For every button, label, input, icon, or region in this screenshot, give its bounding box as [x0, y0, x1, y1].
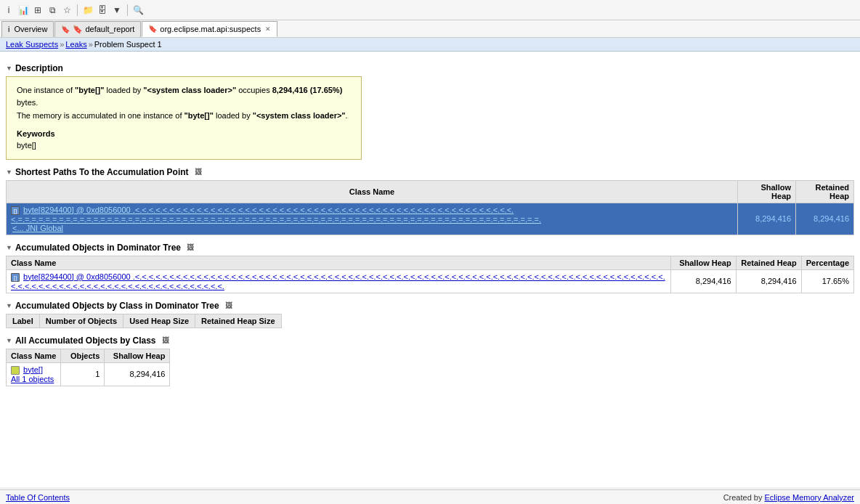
- desc-post1: occupies: [236, 86, 272, 94]
- description-section-header: ▼ Description: [6, 63, 854, 73]
- desc-bold5: "<system class loader>": [253, 111, 346, 120]
- dom-row-1-shallow: 8,294,416: [670, 269, 736, 293]
- tab-close-icon[interactable]: ✕: [265, 25, 271, 33]
- breadcrumb-sep1: »: [60, 40, 64, 49]
- all-objects-title: All Accumulated Objects by Class: [15, 336, 156, 346]
- dominator-table: Class Name Shallow Heap Retained Heap Pe…: [6, 256, 854, 293]
- breadcrumb-sep2: »: [89, 40, 93, 49]
- by-class-table: Label Number of Objects Used Heap Size R…: [6, 314, 282, 328]
- ao-row-1-class-link[interactable]: byte[]: [23, 365, 43, 374]
- tab-suspects-icon: 🔖: [148, 25, 157, 33]
- footer-toc-link[interactable]: Table Of Contents: [6, 493, 70, 502]
- dom-row-1[interactable]: [] byte[8294400] @ 0xd8056000 .<.<.<.<.<…: [7, 269, 854, 293]
- desc-pre1: One instance of: [17, 86, 75, 94]
- tab-default-report[interactable]: 🔖 🔖 default_report: [54, 21, 141, 37]
- sp-row-1-retained: 8,294,416: [796, 203, 854, 235]
- keywords-value: byte[]: [17, 141, 36, 150]
- copy-icon[interactable]: ⧉: [46, 4, 58, 16]
- description-title: Description: [15, 63, 63, 73]
- folder-icon[interactable]: 📁: [82, 4, 94, 16]
- shortest-paths-collapse[interactable]: ▼: [6, 168, 12, 176]
- dom-array-icon: []: [11, 273, 20, 282]
- arrow-down-icon[interactable]: ▼: [111, 4, 123, 16]
- main-content: ▼ Description One instance of "byte[]" l…: [0, 52, 860, 487]
- ao-row-1-shallow: 8,294,416: [105, 362, 170, 386]
- desc-pre2: The memory is accumulated in one instanc…: [17, 111, 184, 120]
- dom-col-shallow: Shallow Heap: [670, 256, 736, 269]
- footer-right: Created by Eclipse Memory Analyzer: [723, 493, 854, 502]
- sp-col-shallow: ShallowHeap: [738, 180, 796, 203]
- all-objects-collapse[interactable]: ▼: [6, 337, 12, 344]
- footer-tool-link[interactable]: Eclipse Memory Analyzer: [765, 493, 855, 502]
- bc-col-label: Label: [7, 314, 40, 328]
- sp-row-1[interactable]: [] byte[8294400] @ 0xd8056000 .<.<.<.<.<…: [7, 203, 854, 235]
- footer: Table Of Contents Created by Eclipse Mem…: [0, 489, 860, 504]
- search-icon[interactable]: 🔍: [132, 4, 144, 16]
- dom-col-retained: Retained Heap: [736, 256, 801, 269]
- array-icon: []: [11, 206, 20, 215]
- chart-icon[interactable]: 📊: [17, 4, 29, 16]
- shortest-paths-section-header: ▼ Shortest Paths To the Accumulation Poi…: [6, 167, 854, 177]
- sp-col-classname: Class Name: [7, 180, 738, 203]
- desc-bold3: 8,294,416 (17.65%): [272, 86, 343, 94]
- by-class-collapse[interactable]: ▼: [6, 302, 12, 309]
- description-collapse[interactable]: ▼: [6, 65, 12, 72]
- sp-row-1-link[interactable]: byte[8294400] @ 0xd8056000 .<.<.<.<.<.<.…: [11, 206, 541, 224]
- breadcrumb: Leak Suspects » Leaks » Problem Suspect …: [0, 38, 860, 52]
- desc-bold1: "byte[]": [75, 86, 104, 94]
- sp-row-1-jni[interactable]: <... JNI Global: [12, 224, 63, 232]
- footer-created-label: Created by: [723, 493, 765, 502]
- desc-bold2: "<system class loader>": [143, 86, 236, 94]
- sp-col-retained: RetainedHeap: [796, 180, 854, 203]
- ao-row-1-all-link[interactable]: All 1 objects: [11, 375, 54, 383]
- tabbar: i Overview 🔖 🔖 default_report 🔖 org.ecli…: [0, 20, 860, 38]
- bc-col-retained: Retained Heap Size: [195, 314, 281, 328]
- toolbar: i 📊 ⊞ ⧉ ☆ 📁 🗄 ▼ 🔍: [0, 0, 860, 20]
- all-objects-section-header: ▼ All Accumulated Objects by Class 🖼: [6, 336, 854, 346]
- tab-report-label: 🔖 default_report: [73, 25, 134, 34]
- all-objects-export-icon[interactable]: 🖼: [162, 336, 169, 344]
- db-icon[interactable]: 🗄: [97, 4, 108, 16]
- breadcrumb-problem-suspect: Problem Suspect 1: [94, 40, 162, 49]
- desc-end2: .: [346, 111, 348, 120]
- info-icon[interactable]: i: [3, 4, 15, 16]
- star-icon[interactable]: ☆: [61, 4, 73, 16]
- sp-row-1-name: [] byte[8294400] @ 0xd8056000 .<.<.<.<.<…: [7, 203, 738, 235]
- ao-col-shallow: Shallow Heap: [105, 349, 170, 362]
- dom-col-percentage: Percentage: [801, 256, 853, 269]
- breadcrumb-leak-suspects[interactable]: Leak Suspects: [6, 40, 58, 49]
- tab-overview-label: i Overview: [8, 25, 47, 33]
- ao-row-1[interactable]: byte[] All 1 objects 1 8,294,416: [7, 362, 170, 386]
- dom-row-1-retained: 8,294,416: [736, 269, 801, 293]
- dominator-export-icon[interactable]: 🖼: [187, 243, 194, 251]
- grid-icon[interactable]: ⊞: [32, 4, 44, 16]
- shortest-paths-export-icon[interactable]: 🖼: [195, 168, 202, 176]
- bc-col-used: Used Heap Size: [123, 314, 195, 328]
- dom-row-1-name: [] byte[8294400] @ 0xd8056000 .<.<.<.<.<…: [7, 269, 671, 293]
- by-class-export-icon[interactable]: 🖼: [225, 301, 232, 309]
- tab-report-icon: 🔖: [61, 25, 70, 33]
- bc-col-objects: Number of Objects: [39, 314, 123, 328]
- dominator-collapse[interactable]: ▼: [6, 244, 12, 251]
- description-line1: One instance of "byte[]" loaded by "<sys…: [17, 84, 351, 108]
- dom-row-1-percentage: 17.65%: [801, 269, 853, 293]
- tab-overview[interactable]: i Overview: [1, 21, 54, 37]
- ao-col-objects: Objects: [61, 349, 105, 362]
- description-box: One instance of "byte[]" loaded by "<sys…: [6, 76, 362, 160]
- dominator-section-header: ▼ Accumulated Objects in Dominator Tree …: [6, 243, 854, 253]
- shortest-paths-title: Shortest Paths To the Accumulation Point: [15, 167, 189, 177]
- dom-row-1-link[interactable]: byte[8294400] @ 0xd8056000 .<.<.<.<.<.<.…: [11, 272, 665, 290]
- breadcrumb-leaks[interactable]: Leaks: [65, 40, 86, 49]
- separator: [77, 4, 78, 16]
- tab-suspects[interactable]: 🔖 org.eclipse.mat.api:suspects ✕: [142, 21, 277, 37]
- separator2: [127, 4, 128, 16]
- obj-icon: [11, 366, 20, 375]
- tab-suspects-label: org.eclipse.mat.api:suspects: [160, 25, 261, 33]
- desc-bold4: "byte[]": [184, 111, 214, 120]
- dom-col-classname: Class Name: [7, 256, 671, 269]
- dominator-title: Accumulated Objects in Dominator Tree: [15, 243, 181, 253]
- desc-mid1: loaded by: [104, 86, 143, 94]
- all-objects-table: Class Name Objects Shallow Heap byte[] A…: [6, 349, 170, 386]
- ao-row-1-class: byte[] All 1 objects: [7, 362, 61, 386]
- keywords-label: Keywords: [17, 129, 55, 138]
